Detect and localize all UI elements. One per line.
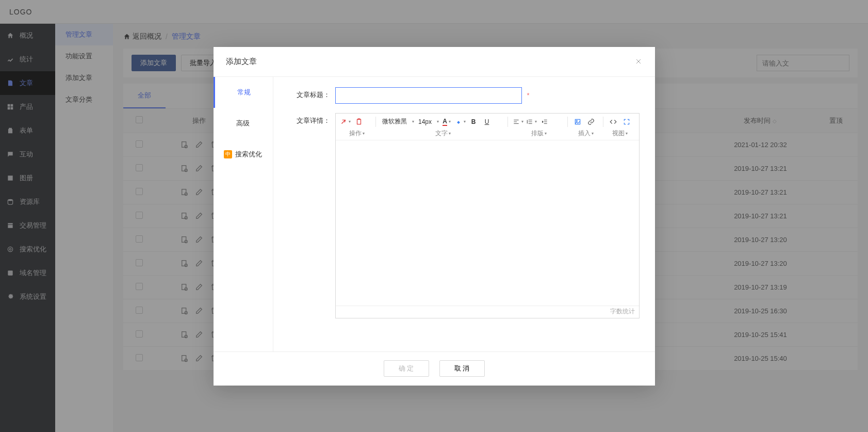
svg-rect-24 <box>357 119 361 124</box>
editor-code-button[interactable] <box>607 116 620 128</box>
required-mark: * <box>527 91 530 99</box>
modal-title: 添加文章 <box>226 57 257 67</box>
modal-ok-button[interactable]: 确 定 <box>384 360 429 377</box>
title-label: 文章标题： <box>289 87 330 100</box>
editor-indent-button[interactable] <box>538 116 551 128</box>
modal-tab-seo[interactable]: 中 搜索优化 <box>214 139 273 170</box>
editor-group-insert[interactable]: 插入 <box>571 129 601 138</box>
editor-toolbar: 微软雅黑 14px A B U <box>336 114 639 140</box>
word-count-label[interactable]: 字数统计 <box>610 308 635 315</box>
editor-bold-button[interactable]: B <box>467 116 480 128</box>
editor-line-height-button[interactable] <box>525 116 538 128</box>
modal-tab-general[interactable]: 常规 <box>214 77 273 108</box>
editor-group-op[interactable]: 操作 <box>340 129 374 138</box>
modal-cancel-button[interactable]: 取 消 <box>439 360 485 377</box>
modal-footer: 确 定 取 消 <box>214 351 655 386</box>
modal-tab-label: 常规 <box>237 88 251 97</box>
modal-tab-label: 高级 <box>236 119 250 128</box>
editor-clear-format-button[interactable] <box>339 116 352 128</box>
modal-close-button[interactable] <box>634 57 643 66</box>
editor-align-button[interactable] <box>511 116 525 128</box>
editor-font-family-select[interactable]: 微软雅黑 <box>379 116 415 128</box>
editor-paste-button[interactable] <box>352 116 366 128</box>
editor-bg-color-button[interactable] <box>453 116 467 128</box>
editor-group-layout[interactable]: 排版 <box>512 129 567 138</box>
editor-link-button[interactable] <box>584 116 598 128</box>
editor-content-area[interactable] <box>336 140 639 306</box>
editor-footer: 字数统计 <box>336 306 639 318</box>
close-icon <box>634 57 643 66</box>
svg-point-26 <box>576 120 577 121</box>
editor-image-button[interactable] <box>571 116 584 128</box>
editor-group-font[interactable]: 文字 <box>379 129 507 138</box>
modal-tab-advanced[interactable]: 高级 <box>214 108 273 139</box>
add-article-modal: 添加文章 常规 高级 中 搜索优化 文章标题： * 文章详情： <box>214 47 655 386</box>
article-title-input[interactable] <box>335 87 522 104</box>
modal-tab-label: 搜索优化 <box>235 150 262 159</box>
editor-underline-button[interactable]: U <box>480 116 494 128</box>
modal-header: 添加文章 <box>214 47 655 77</box>
cn-badge: 中 <box>224 150 232 158</box>
detail-label: 文章详情： <box>289 113 330 125</box>
rich-text-editor: 微软雅黑 14px A B U <box>335 113 640 318</box>
editor-font-size-select[interactable]: 14px <box>415 116 440 128</box>
editor-group-view[interactable]: 视图 <box>605 129 635 138</box>
modal-tabs: 常规 高级 中 搜索优化 <box>214 77 273 351</box>
editor-fullscreen-button[interactable] <box>620 116 633 128</box>
editor-font-color-button[interactable]: A <box>440 116 453 128</box>
modal-form: 文章标题： * 文章详情： <box>273 77 655 351</box>
